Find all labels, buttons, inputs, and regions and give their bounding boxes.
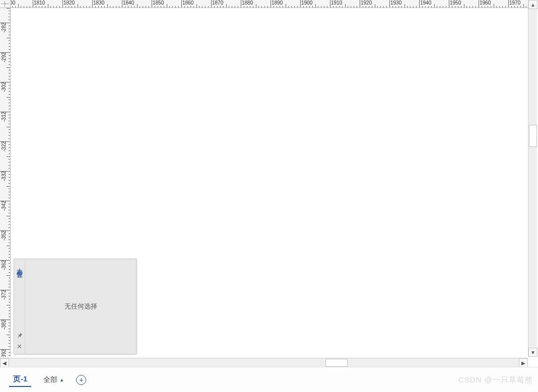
close-icon[interactable]: ✕	[17, 343, 22, 350]
horizontal-ruler[interactable]: 1800181018201830184018501860187018801890…	[11, 0, 528, 8]
scroll-up-button[interactable]: ▲	[528, 0, 537, 9]
horizontal-scroll-thumb[interactable]	[325, 359, 348, 367]
ruler-origin[interactable]	[0, 0, 11, 8]
add-page-button[interactable]: +	[76, 375, 86, 385]
pane-tab-strip: 大小和位置 ✕	[14, 259, 25, 354]
all-pages-button[interactable]: 全部 ▲	[43, 375, 64, 384]
pane-empty-message: 无任何选择	[25, 259, 136, 354]
vertical-scrollbar[interactable]: ▲ ▼	[528, 0, 537, 357]
horizontal-scrollbar[interactable]: ◀ ▶	[0, 358, 528, 367]
scroll-right-button[interactable]: ▶	[519, 358, 528, 367]
scroll-down-button[interactable]: ▼	[528, 348, 537, 357]
page-tab-1[interactable]: 页-1	[9, 372, 31, 387]
pane-tab-label[interactable]: 大小和位置	[15, 261, 24, 268]
vertical-ruler[interactable]: -272-282-292-302-312-322-332-342-352-362…	[0, 8, 11, 357]
all-pages-label: 全部	[43, 375, 57, 384]
page-tab-bar: 页-1 全部 ▲ +	[0, 367, 538, 392]
scroll-left-button[interactable]: ◀	[0, 358, 9, 367]
vertical-scroll-thumb[interactable]	[529, 125, 537, 147]
chevron-up-icon: ▲	[59, 377, 64, 382]
size-position-pane[interactable]: 大小和位置 ✕ 无任何选择	[14, 259, 137, 354]
pin-icon[interactable]	[17, 332, 23, 339]
